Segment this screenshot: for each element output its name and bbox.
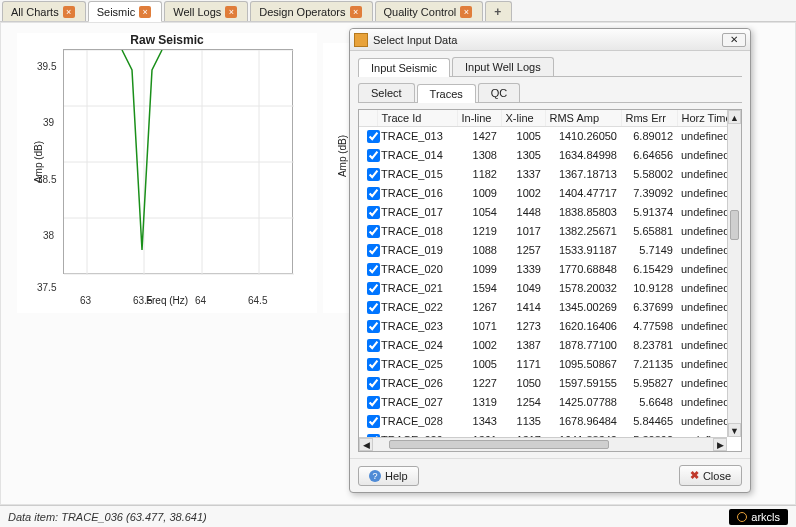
table-row[interactable]: TRACE_017105414481838.858035.91374undefi… xyxy=(359,203,727,222)
chart-raw-seismic: Raw Seismic Amp (dB) xyxy=(17,33,317,313)
new-tab-button[interactable]: + xyxy=(485,1,512,21)
table-row[interactable]: TRACE_013142710051410.260506.89012undefi… xyxy=(359,127,727,147)
tab-close-icon[interactable]: × xyxy=(350,6,362,18)
document-tab[interactable]: Well Logs× xyxy=(164,1,248,21)
chart-x-axis-label: Freq (Hz) xyxy=(146,295,188,306)
row-checkbox[interactable] xyxy=(367,301,380,314)
plus-icon: + xyxy=(494,5,501,19)
dialog-tab[interactable]: Input Well Logs xyxy=(452,57,554,76)
column-header[interactable]: RMS Amp xyxy=(545,110,621,127)
table-row[interactable]: TRACE_019108812571533.911875.7149undefin… xyxy=(359,241,727,260)
row-checkbox[interactable] xyxy=(367,320,380,333)
row-checkbox[interactable] xyxy=(367,149,380,162)
table-row[interactable]: TRACE_023107112731620.164064.77598undefi… xyxy=(359,317,727,336)
row-checkbox[interactable] xyxy=(367,396,380,409)
table-row[interactable]: TRACE_014130813051634.849986.64656undefi… xyxy=(359,146,727,165)
app-icon xyxy=(354,33,368,47)
tab-close-icon[interactable]: × xyxy=(225,6,237,18)
tab-label: Well Logs xyxy=(173,6,221,18)
document-tab[interactable]: All Charts× xyxy=(2,1,86,21)
column-header[interactable]: X-line xyxy=(501,110,545,127)
column-header[interactable]: Trace Id xyxy=(377,110,457,127)
column-header[interactable]: Rms Err xyxy=(621,110,677,127)
table-row[interactable]: TRACE_028134311351678.964845.84465undefi… xyxy=(359,412,727,431)
status-bar: Data item: TRACE_036 (63.477, 38.641) ar… xyxy=(0,505,796,527)
row-checkbox[interactable] xyxy=(367,415,380,428)
help-icon: ? xyxy=(369,470,381,482)
select-input-data-dialog: Select Input Data ✕ Input SeismicInput W… xyxy=(349,28,751,493)
column-header[interactable] xyxy=(359,110,377,127)
column-header[interactable]: Horz Time xyxy=(677,110,727,127)
close-button[interactable]: ✖ Close xyxy=(679,465,742,486)
vertical-scrollbar[interactable]: ▲ ▼ xyxy=(727,110,741,437)
row-checkbox[interactable] xyxy=(367,206,380,219)
row-checkbox[interactable] xyxy=(367,244,380,257)
horizontal-scrollbar[interactable]: ◀ ▶ xyxy=(359,437,727,451)
table-row[interactable]: TRACE_027131912541425.077885.6648undefin… xyxy=(359,393,727,412)
dialog-tab[interactable]: Select xyxy=(358,83,415,102)
table-row[interactable]: TRACE_016100910021404.477177.39092undefi… xyxy=(359,184,727,203)
window-close-icon[interactable]: ✕ xyxy=(722,33,746,47)
tab-close-icon[interactable]: × xyxy=(460,6,472,18)
help-button[interactable]: ? Help xyxy=(358,466,419,486)
dialog-outer-tabs: Input SeismicInput Well Logs xyxy=(358,57,742,77)
table-row[interactable]: TRACE_015118213371367.187135.58002undefi… xyxy=(359,165,727,184)
trace-table: Trace IdIn-lineX-lineRMS AmpRms ErrHorz … xyxy=(358,109,742,452)
table-row[interactable]: TRACE_026122710501597.591555.95827undefi… xyxy=(359,374,727,393)
tab-label: Design Operators xyxy=(259,6,345,18)
brand-logo-icon xyxy=(737,512,747,522)
table-row[interactable]: TRACE_024100213871878.771008.23781undefi… xyxy=(359,336,727,355)
table-row[interactable]: TRACE_018121910171382.256715.65881undefi… xyxy=(359,222,727,241)
tab-close-icon[interactable]: × xyxy=(139,6,151,18)
close-icon: ✖ xyxy=(690,469,699,482)
tab-label: Quality Control xyxy=(384,6,457,18)
chart-y-axis-label: Amp (dB) xyxy=(337,134,348,176)
document-tab[interactable]: Design Operators× xyxy=(250,1,372,21)
tab-label: All Charts xyxy=(11,6,59,18)
dialog-title: Select Input Data xyxy=(373,34,457,46)
document-tab[interactable]: Quality Control× xyxy=(375,1,484,21)
table-row[interactable]: TRACE_021159410491578.2003210.9128undefi… xyxy=(359,279,727,298)
status-text: Data item: TRACE_036 (63.477, 38.641) xyxy=(8,511,207,523)
document-tab[interactable]: Seismic× xyxy=(88,1,163,22)
table-row[interactable]: TRACE_025100511711095.508677.21135undefi… xyxy=(359,355,727,374)
row-checkbox[interactable] xyxy=(367,130,380,143)
tab-label: Seismic xyxy=(97,6,136,18)
row-checkbox[interactable] xyxy=(367,187,380,200)
dialog-inner-tabs: SelectTracesQC xyxy=(358,83,742,103)
row-checkbox[interactable] xyxy=(367,168,380,181)
tab-close-icon[interactable]: × xyxy=(63,6,75,18)
row-checkbox[interactable] xyxy=(367,282,380,295)
row-checkbox[interactable] xyxy=(367,263,380,276)
document-tabs: All Charts×Seismic×Well Logs×Design Oper… xyxy=(0,0,796,22)
row-checkbox[interactable] xyxy=(367,225,380,238)
dialog-tab[interactable]: Input Seismic xyxy=(358,58,450,77)
row-checkbox[interactable] xyxy=(367,339,380,352)
chart-title: Raw Seismic xyxy=(17,33,317,47)
brand-badge: arkcls xyxy=(729,509,788,525)
table-row[interactable]: TRACE_020109913391770.688486.15429undefi… xyxy=(359,260,727,279)
dialog-tab[interactable]: QC xyxy=(478,83,521,102)
row-checkbox[interactable] xyxy=(367,377,380,390)
dialog-tab[interactable]: Traces xyxy=(417,84,476,103)
column-header[interactable]: In-line xyxy=(457,110,501,127)
dialog-titlebar[interactable]: Select Input Data ✕ xyxy=(350,29,750,51)
table-row[interactable]: TRACE_022126714141345.002696.37699undefi… xyxy=(359,298,727,317)
row-checkbox[interactable] xyxy=(367,358,380,371)
